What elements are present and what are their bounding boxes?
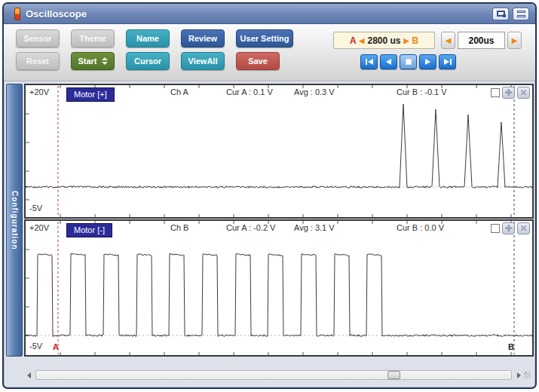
ch-b-average-readout: Avg : 3.1 V — [294, 223, 335, 232]
scroll-right-button[interactable] — [515, 371, 522, 380]
configuration-label: Configuration — [11, 191, 19, 250]
ch-b-visible-checkbox[interactable] — [491, 224, 500, 233]
title-bar[interactable]: Oscilloscope — [4, 4, 535, 24]
user-setting-button[interactable]: User Setting — [236, 29, 293, 47]
split-layout-icon — [517, 11, 525, 17]
scrollbar-track[interactable] — [35, 370, 512, 380]
configuration-sidebar-tab[interactable]: Configuration — [6, 84, 23, 357]
signal-meter-icon — [14, 8, 20, 20]
ch-b-channel-label: Ch B — [170, 223, 188, 232]
ch-a-cursor-b-readout: Cur B : -0.1 V — [397, 87, 447, 96]
ch-a-close-button[interactable]: ✕ — [517, 87, 530, 99]
skip-to-end-icon — [444, 59, 449, 65]
ch-b-cursor-b-readout: Cur B : 0.0 V — [397, 223, 444, 232]
skip-to-start-icon — [368, 59, 373, 65]
start-button[interactable]: Start — [71, 52, 115, 70]
skip-to-start-button[interactable] — [360, 54, 378, 69]
step-right-icon: ▶ — [512, 36, 518, 44]
range-value: 2800 us — [367, 35, 400, 46]
split-layout-button[interactable] — [513, 8, 529, 20]
timebase-decrease-button[interactable]: ◀ — [441, 32, 455, 49]
horizontal-scrollbar[interactable] — [25, 369, 531, 381]
ch-b-bottom-voltage-label: -5V — [29, 341, 42, 351]
ch-b-zoom-plus-button[interactable]: ✚ — [502, 222, 515, 234]
waveform-trace — [26, 253, 532, 336]
scope-panel-ch-a: +20V Motor [+] Ch A Cur A : 0.1 V Avg : … — [24, 84, 534, 219]
ch-b-cursor-a-readout: Cur A : -0.2 V — [226, 223, 275, 232]
capture-window-icon — [497, 11, 505, 17]
ch-a-bottom-voltage-label: -5V — [29, 204, 42, 213]
cursor-range-display[interactable]: A ◀ 2800 us ▶ B — [333, 32, 435, 49]
scroll-left-button[interactable] — [25, 371, 32, 380]
ch-b-top-voltage-label: +20V — [29, 223, 49, 232]
waveform-plot-ch-a[interactable] — [26, 85, 532, 217]
oscilloscope-window: Oscilloscope Sensor Theme Name Review Us… — [2, 2, 537, 389]
step-back-button[interactable] — [380, 54, 397, 69]
toolbar: Sensor Theme Name Review User Setting Re… — [4, 24, 535, 81]
viewall-button[interactable]: ViewAll — [181, 52, 225, 70]
play-icon — [425, 59, 430, 65]
ch-b-source-badge[interactable]: Motor [-] — [66, 223, 112, 237]
ch-a-source-badge[interactable]: Motor [+] — [66, 87, 115, 102]
cursor-button[interactable]: Cursor — [126, 52, 170, 70]
range-marker-a-label: A — [350, 35, 357, 46]
ch-a-channel-label: Ch A — [170, 87, 188, 96]
timebase-value[interactable]: 200us — [458, 32, 505, 49]
sensor-button[interactable]: Sensor — [16, 29, 60, 47]
cursor-b-marker-label[interactable]: B — [508, 342, 514, 351]
resize-grip-icon[interactable] — [524, 372, 531, 378]
window-title: Oscilloscope — [26, 8, 87, 20]
scrollbar-thumb[interactable] — [387, 371, 400, 379]
save-button[interactable]: Save — [236, 52, 280, 70]
ch-a-top-voltage-label: +20V — [29, 87, 49, 96]
step-left-icon: ◀ — [446, 36, 452, 44]
play-button[interactable] — [419, 54, 436, 69]
step-back-icon — [386, 59, 391, 65]
start-spinner-icon[interactable] — [102, 57, 108, 65]
scope-area: Configuration +20V Motor [+] Ch A Cur A … — [4, 82, 535, 366]
range-arrow-right-icon: ▶ — [404, 37, 409, 44]
name-button[interactable]: Name — [126, 29, 170, 47]
scroll-right-icon — [517, 372, 521, 378]
range-arrow-left-icon: ◀ — [360, 37, 365, 44]
reset-button[interactable]: Reset — [16, 52, 60, 70]
ch-a-visible-checkbox[interactable] — [491, 88, 500, 97]
start-button-label: Start — [78, 57, 96, 66]
stop-icon — [406, 59, 412, 65]
capture-window-button[interactable] — [492, 8, 509, 20]
scope-panel-ch-b: +20V Motor [-] Ch B Cur A : -0.2 V Avg :… — [24, 219, 534, 357]
scroll-left-icon — [27, 372, 31, 378]
ch-a-average-readout: Avg : 0.3 V — [294, 87, 335, 96]
ch-a-cursor-a-readout: Cur A : 0.1 V — [226, 87, 273, 96]
range-marker-b-label: B — [412, 35, 418, 46]
ch-b-close-button[interactable]: ✕ — [517, 222, 530, 234]
ch-a-zoom-plus-button[interactable]: ✚ — [502, 87, 515, 99]
timebase-increase-button[interactable]: ▶ — [507, 32, 522, 49]
stop-button[interactable] — [400, 54, 417, 69]
transport-controls — [360, 54, 456, 69]
waveform-plot-ch-b[interactable] — [26, 221, 532, 355]
review-button[interactable]: Review — [181, 29, 225, 47]
cursor-a-marker-label[interactable]: A — [53, 342, 59, 351]
waveform-trace — [26, 104, 532, 188]
theme-button[interactable]: Theme — [71, 29, 115, 47]
skip-to-end-button[interactable] — [439, 54, 456, 69]
